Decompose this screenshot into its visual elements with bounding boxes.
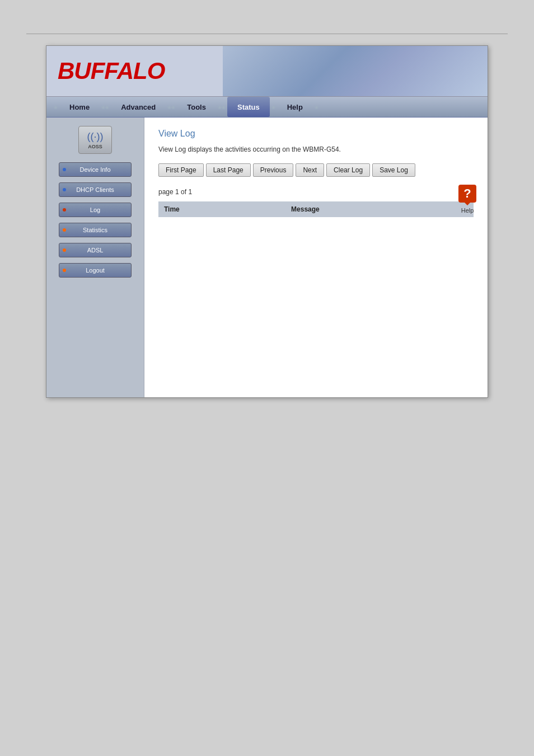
log-indicator <box>63 208 66 212</box>
last-page-button[interactable]: Last Page <box>206 163 251 177</box>
sidebar-btn-logout[interactable]: Logout <box>59 263 132 278</box>
nav-bar: ◉ Home ◉◉ Advanced ◉◉ Tools ◉◉ Status ◉ … <box>46 96 488 118</box>
content-area: View Log View Log displays the activitie… <box>144 118 488 397</box>
nav-home-label: Home <box>69 103 90 111</box>
sidebar-btn-dhcp-clients[interactable]: DHCP Clients <box>59 182 132 197</box>
logout-label: Logout <box>86 263 105 278</box>
aoss-icon: ((·)) <box>87 131 104 143</box>
main-layout: ((·)) AOSS Device Info DHCP Clients Log <box>46 118 488 397</box>
sidebar-btn-device-info[interactable]: Device Info <box>59 162 132 177</box>
aoss-label: AOSS <box>88 144 102 149</box>
previous-button[interactable]: Previous <box>253 163 294 177</box>
help-icon-area[interactable]: ? Help <box>458 185 476 214</box>
logout-indicator <box>63 269 66 272</box>
nav-advanced-label: Advanced <box>121 103 156 111</box>
content-description: View Log displays the activities occurri… <box>158 145 474 153</box>
log-table-header-row: Time Message <box>158 201 474 217</box>
nav-item-tools[interactable]: Tools <box>177 97 216 117</box>
nav-item-status[interactable]: Status <box>227 97 270 117</box>
log-label: Log <box>90 203 100 217</box>
help-text-label: Help <box>461 207 474 214</box>
nav-help-label: Help <box>287 103 303 111</box>
log-table: Time Message <box>158 201 474 217</box>
adsl-indicator <box>63 248 66 252</box>
nav-tools-label: Tools <box>187 103 206 111</box>
nav-dot-5: ◉ <box>271 105 275 110</box>
clear-log-button[interactable]: Clear Log <box>326 163 370 177</box>
router-frame: BUFFALO ◉ Home ◉◉ Advanced ◉◉ Tools ◉◉ S… <box>46 45 488 398</box>
buffalo-logo: BUFFALO <box>58 58 165 84</box>
save-log-button[interactable]: Save Log <box>372 163 415 177</box>
dhcp-clients-label: DHCP Clients <box>76 182 114 197</box>
router-header: BUFFALO <box>46 46 488 96</box>
nav-item-advanced[interactable]: Advanced <box>111 97 166 117</box>
sidebar-btn-statistics[interactable]: Statistics <box>59 223 132 237</box>
page-wrapper: BUFFALO ◉ Home ◉◉ Advanced ◉◉ Tools ◉◉ S… <box>0 0 534 756</box>
nav-status-label: Status <box>237 103 260 111</box>
time-column-header: Time <box>158 201 285 217</box>
message-column-header: Message <box>285 201 474 217</box>
nav-dot-6: ◉ <box>315 105 318 110</box>
device-info-label: Device Info <box>79 162 110 177</box>
next-button[interactable]: Next <box>296 163 324 177</box>
top-divider <box>26 34 508 34</box>
statistics-indicator <box>63 228 66 232</box>
device-info-indicator <box>63 168 66 171</box>
dhcp-clients-indicator <box>63 188 66 191</box>
header-background <box>223 46 488 96</box>
nav-item-home[interactable]: Home <box>59 97 100 117</box>
first-page-button[interactable]: First Page <box>158 163 204 177</box>
nav-dot-left: ◉ <box>54 105 58 110</box>
statistics-label: Statistics <box>83 223 107 237</box>
aoss-button[interactable]: ((·)) AOSS <box>78 126 112 154</box>
sidebar-btn-adsl[interactable]: ADSL <box>59 243 132 257</box>
sidebar: ((·)) AOSS Device Info DHCP Clients Log <box>46 118 144 397</box>
nav-dot-4: ◉◉ <box>218 105 226 110</box>
nav-item-help[interactable]: Help <box>277 97 313 117</box>
content-title: View Log <box>158 129 474 139</box>
help-question-mark-icon[interactable]: ? <box>458 185 476 203</box>
page-info: page 1 of 1 <box>158 188 474 196</box>
nav-dot-3: ◉◉ <box>167 105 175 110</box>
button-row: First Page Last Page Previous Next Clear… <box>158 163 474 177</box>
adsl-label: ADSL <box>87 243 104 257</box>
nav-dot-2: ◉◉ <box>101 105 109 110</box>
sidebar-btn-log[interactable]: Log <box>59 203 132 217</box>
